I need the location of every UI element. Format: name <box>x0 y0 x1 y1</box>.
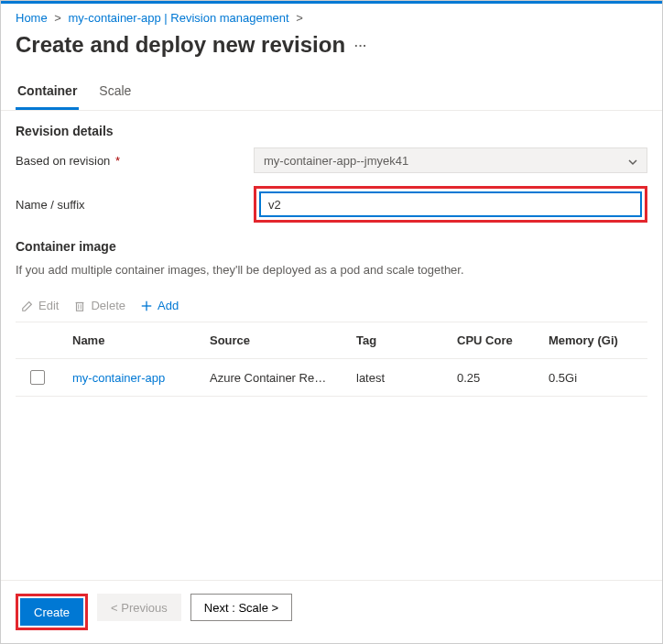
col-source: Source <box>210 333 356 347</box>
delete-button: Delete <box>73 299 125 312</box>
table-header: Name Source Tag CPU Core Memory (Gi) <box>16 322 647 359</box>
plus-icon <box>140 300 153 312</box>
chevron-down-icon <box>628 156 637 165</box>
name-suffix-label: Name / suffix <box>16 198 254 212</box>
form-content: Revision details Based on revision * my-… <box>1 111 662 643</box>
create-button[interactable]: Create <box>20 598 83 626</box>
col-tag: Tag <box>356 333 457 347</box>
trash-icon <box>73 300 86 312</box>
image-toolbar: Edit Delete Add <box>16 293 647 318</box>
container-image-help: If you add multiple container images, th… <box>16 263 647 277</box>
row-tag: latest <box>356 371 457 385</box>
based-on-revision-select[interactable]: my-container-app--jmyek41 <box>254 147 647 173</box>
add-button[interactable]: Add <box>140 299 179 312</box>
previous-button: < Previous <box>97 594 181 621</box>
container-image-section: Container image If you add multiple cont… <box>16 239 647 397</box>
breadcrumb-revision-mgmt[interactable]: my-container-app | Revision management <box>69 11 289 25</box>
table-row: my-container-app Azure Container Re… lat… <box>16 359 647 397</box>
breadcrumb: Home > my-container-app | Revision manag… <box>1 4 662 28</box>
more-actions-icon[interactable]: ··· <box>354 38 367 52</box>
col-memory: Memory (Gi) <box>549 333 640 347</box>
chevron-right-icon: > <box>296 11 303 25</box>
name-suffix-highlight <box>254 186 647 223</box>
row-source: Azure Container Re… <box>210 371 356 385</box>
tab-container[interactable]: Container <box>16 74 79 110</box>
tab-bar: Container Scale <box>1 74 662 111</box>
pencil-icon <box>21 300 34 312</box>
tab-scale[interactable]: Scale <box>97 74 133 110</box>
page-title: Create and deploy new revision <box>16 32 345 58</box>
page-root: Home > my-container-app | Revision manag… <box>0 0 663 644</box>
row-based-on-revision: Based on revision * my-container-app--jm… <box>16 147 647 173</box>
required-asterisk: * <box>112 154 120 168</box>
create-button-highlight: Create <box>16 594 88 630</box>
title-row: Create and deploy new revision ··· <box>1 28 662 74</box>
based-on-revision-label: Based on revision * <box>16 154 254 168</box>
next-button[interactable]: Next : Scale > <box>190 594 292 621</box>
svg-rect-0 <box>77 302 83 311</box>
name-suffix-input[interactable] <box>259 191 642 217</box>
col-name: Name <box>72 333 210 347</box>
footer-bar: Create < Previous Next : Scale > <box>1 580 662 643</box>
row-checkbox[interactable] <box>30 370 45 385</box>
row-memory: 0.5Gi <box>549 371 640 385</box>
based-on-revision-value: my-container-app--jmyek41 <box>264 154 408 168</box>
col-cpu: CPU Core <box>457 333 549 347</box>
row-name-link[interactable]: my-container-app <box>72 371 210 385</box>
breadcrumb-home[interactable]: Home <box>16 11 48 25</box>
container-image-heading: Container image <box>16 239 647 254</box>
edit-button: Edit <box>21 299 59 312</box>
row-name-suffix: Name / suffix <box>16 186 647 223</box>
revision-details-heading: Revision details <box>16 124 647 138</box>
container-image-table: Name Source Tag CPU Core Memory (Gi) my-… <box>16 322 647 397</box>
row-cpu: 0.25 <box>457 371 549 385</box>
chevron-right-icon: > <box>54 11 61 25</box>
